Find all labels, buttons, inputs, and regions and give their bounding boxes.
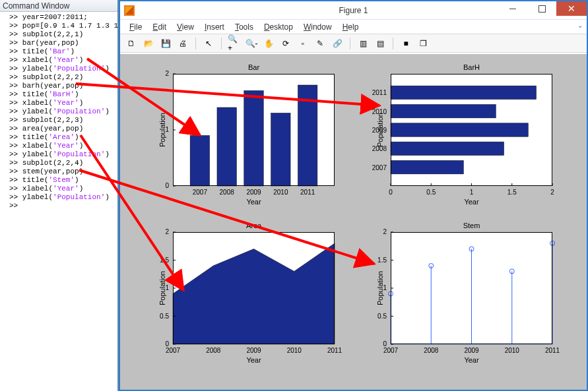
figure-title: Figure 1 — [339, 6, 368, 15]
toolbar-separator — [393, 38, 393, 49]
tick-label: 2 — [165, 228, 169, 235]
menu-help[interactable]: Help — [339, 21, 363, 33]
tick-label: 2011 — [300, 189, 315, 196]
tick-label: 0 — [389, 189, 393, 196]
code-line: bar(year,pop) — [9, 39, 115, 47]
code-line: xlabel('Year') — [9, 99, 115, 107]
link-icon[interactable]: 🔗 — [330, 36, 344, 51]
code-line: pop=[0.9 1.4 1.7 1.3 1.8]; — [9, 22, 115, 30]
tick-label: 2 — [383, 228, 387, 235]
menu-view[interactable]: View — [173, 21, 198, 33]
command-window-title: Command Window — [0, 0, 117, 12]
axes-xlabel: Year — [391, 356, 552, 364]
tick-label: 2007 — [193, 189, 207, 196]
code-line: xlabel('Year') — [9, 185, 115, 193]
tick-label: 1 — [165, 126, 169, 133]
close-button[interactable] — [556, 1, 587, 16]
hide-tools-icon[interactable]: ■ — [399, 36, 413, 51]
code-line: ylabel('Population') — [9, 107, 115, 116]
axes-bar[interactable]: Bar Population Year 01220072008200920102… — [173, 74, 335, 186]
brush-icon[interactable]: ✎ — [313, 36, 327, 51]
tick-label: 2010 — [372, 107, 387, 115]
svg-rect-9 — [391, 142, 504, 155]
svg-rect-3 — [271, 113, 290, 187]
tick-label: 1.5 — [377, 256, 387, 264]
tick-label: 2008 — [424, 347, 438, 354]
colorbar-icon[interactable]: ▥ — [356, 36, 370, 51]
menu-edit[interactable]: Edit — [148, 21, 170, 33]
data-cursor-icon[interactable]: ▫ — [296, 36, 310, 51]
tick-label: 1.5 — [507, 189, 517, 196]
toolbar-separator — [350, 38, 350, 49]
tick-label: 1 — [383, 284, 387, 291]
minimize-button[interactable] — [498, 1, 527, 16]
code-line: ylabel('Population') — [9, 150, 115, 159]
tick-label: 2010 — [505, 347, 519, 354]
tick-label: 2011 — [372, 89, 387, 96]
figure-canvas: Bar Population Year 01220072008200920102… — [120, 54, 587, 390]
menu-window[interactable]: Window — [300, 21, 336, 33]
svg-rect-10 — [391, 123, 528, 136]
tick-label: 2008 — [206, 347, 220, 354]
maximize-button[interactable] — [527, 1, 556, 16]
tick-label: 2009 — [246, 347, 261, 354]
svg-rect-0 — [190, 136, 209, 187]
legend-icon[interactable]: ▤ — [373, 36, 387, 51]
code-line: xlabel('Year') — [9, 56, 115, 65]
code-line: title('Area') — [9, 133, 115, 142]
command-window-body[interactable]: year=2007:2011;pop=[0.9 1.4 1.7 1.3 1.8]… — [0, 12, 117, 212]
axes-area[interactable]: Area Population Year 00.511.522007200820… — [173, 232, 335, 344]
tick-label: 2009 — [372, 127, 387, 134]
code-line: subplot(2,2,3) — [9, 116, 115, 125]
axes-xlabel: Year — [173, 198, 335, 206]
tick-label: 2011 — [545, 347, 560, 354]
menu-file[interactable]: File — [125, 21, 146, 33]
axes-title: Stem — [391, 222, 552, 229]
axes-barh[interactable]: BarH Population Year 2007200820092010201… — [391, 74, 552, 186]
new-figure-icon[interactable]: 🗋 — [124, 36, 139, 51]
dock-chevron-icon[interactable]: ⌄ — [577, 22, 583, 29]
command-window: Command Window year=2007:2011;pop=[0.9 1… — [0, 0, 119, 391]
tick-label: 2007 — [166, 347, 180, 354]
tick-label: 2007 — [372, 164, 387, 171]
dock-icon[interactable]: ❐ — [416, 36, 430, 51]
code-line: subplot(2,2,1) — [9, 30, 115, 39]
menu-insert[interactable]: Insert — [201, 21, 228, 33]
pointer-icon[interactable]: ↖ — [201, 36, 216, 51]
zoom-in-icon[interactable]: 🔍+ — [227, 36, 242, 51]
tick-label: 2009 — [464, 347, 478, 354]
print-icon[interactable]: 🖨 — [176, 36, 190, 51]
rotate-3d-icon[interactable]: ⟳ — [278, 36, 293, 51]
code-line: barh(year,pop) — [9, 82, 115, 90]
save-icon[interactable]: 💾 — [158, 36, 173, 51]
tick-label: 0.5 — [426, 189, 436, 196]
tick-label: 2008 — [220, 189, 234, 196]
code-line: year=2007:2011; — [9, 13, 115, 22]
figure-titlebar: Figure 1 — [120, 1, 587, 20]
axes-title: Area — [173, 222, 335, 229]
svg-rect-4 — [298, 85, 317, 186]
tick-label: 0.5 — [377, 313, 387, 320]
menu-tools[interactable]: Tools — [231, 21, 257, 33]
figure-toolbar: 🗋📂💾🖨↖🔍+🔍-✋⟳▫✎🔗▥▤■❐ — [120, 34, 587, 53]
code-line: subplot(2,2,4) — [9, 159, 115, 167]
code-line: title('Bar') — [9, 47, 115, 56]
tick-label: 2008 — [372, 145, 387, 152]
axes-stem[interactable]: Stem Population Year 00.511.522007200820… — [391, 232, 552, 344]
code-prompt[interactable] — [9, 202, 115, 210]
menu-desktop[interactable]: Desktop — [260, 21, 297, 33]
zoom-out-icon[interactable]: 🔍- — [244, 36, 259, 51]
tick-label: 0.5 — [160, 313, 169, 320]
tick-label: 2 — [165, 70, 169, 77]
tick-label: 1 — [165, 284, 169, 291]
toolbar-separator — [195, 38, 196, 49]
code-line: xlabel('Year') — [9, 142, 115, 150]
tick-label: 2010 — [273, 189, 288, 196]
tick-label: 1.5 — [160, 256, 169, 264]
svg-rect-11 — [391, 104, 496, 117]
code-line: ylabel('Population') — [9, 193, 115, 202]
code-line: subplot(2,2,2) — [9, 73, 115, 82]
open-icon[interactable]: 📂 — [141, 36, 156, 51]
code-line: ylabel('Population') — [9, 65, 115, 73]
pan-icon[interactable]: ✋ — [261, 36, 276, 51]
